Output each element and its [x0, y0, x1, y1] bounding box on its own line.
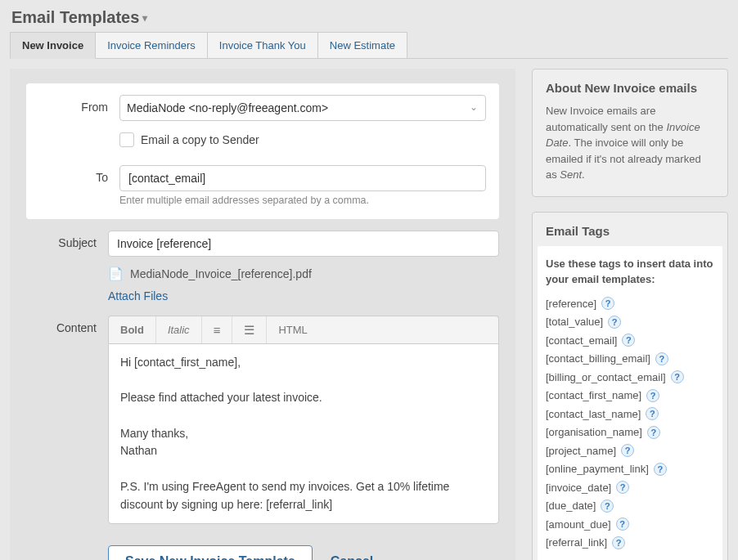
subject-label: Subject — [26, 231, 108, 249]
tag-name: [project_name] — [546, 443, 616, 459]
help-icon[interactable]: ? — [647, 426, 660, 439]
from-select[interactable]: MediaNode <no-reply@freeagent.com> — [119, 95, 486, 121]
bullet-list-icon: ≡ — [214, 323, 221, 337]
attachment-name: MediaNode_Invoice_[reference].pdf — [130, 267, 312, 280]
tag-row: [contact_first_name]? — [546, 388, 714, 404]
tag-row: [billing_or_contact_email]? — [546, 370, 714, 386]
caret-down-icon: ▾ — [142, 12, 147, 24]
help-icon[interactable]: ? — [646, 407, 659, 420]
tag-name: [contact_billing_email] — [546, 351, 650, 367]
tab-invoice-reminders[interactable]: Invoice Reminders — [95, 32, 208, 59]
tab-new-invoice[interactable]: New Invoice — [10, 32, 96, 59]
tab-invoice-thank-you[interactable]: Invoice Thank You — [207, 32, 318, 59]
editor-toolbar: Bold Italic ≡ ☰ HTML — [108, 316, 499, 343]
tag-row: [organisation_name]? — [546, 424, 714, 441]
tab-new-estimate[interactable]: New Estimate — [317, 32, 407, 59]
tag-name: [invoice_date] — [546, 480, 611, 496]
tag-row: [total_value]? — [546, 314, 714, 330]
content-editor[interactable]: Hi [contact_first_name], Please find att… — [108, 343, 499, 524]
subject-input[interactable] — [108, 231, 499, 257]
italic-button[interactable]: Italic — [156, 316, 202, 343]
about-text: . — [582, 168, 585, 181]
content-label: Content — [26, 316, 108, 334]
tags-list: [reference]?[total_value]?[contact_email… — [546, 296, 714, 551]
about-title: About New Invoice emails — [533, 69, 727, 103]
tag-row: [online_payment_link]? — [546, 461, 714, 477]
tag-row: [project_name]? — [546, 443, 714, 459]
help-icon[interactable]: ? — [622, 334, 635, 347]
help-icon[interactable]: ? — [654, 463, 667, 476]
tag-row: [due_date]? — [546, 498, 714, 514]
about-box: About New Invoice emails New Invoice ema… — [532, 69, 728, 197]
help-icon[interactable]: ? — [612, 536, 625, 549]
save-button[interactable]: Save New Invoice Template — [108, 545, 313, 560]
to-hint: Enter multiple email addresses separated… — [119, 195, 486, 206]
tag-row: [amount_due]? — [546, 517, 714, 533]
tag-row: [referral_link]? — [546, 535, 714, 551]
about-body: New Invoice emails are automatically sen… — [533, 103, 727, 196]
tag-name: [referral_link] — [546, 535, 607, 551]
tag-name: [due_date] — [546, 498, 596, 514]
help-icon[interactable]: ? — [601, 500, 614, 513]
from-to-card: From MediaNode <no-reply@freeagent.com> … — [26, 83, 499, 219]
tag-name: [total_value] — [546, 314, 603, 330]
page-title: Email Templates — [11, 8, 139, 27]
help-icon[interactable]: ? — [608, 316, 621, 329]
numbered-list-icon: ☰ — [244, 323, 254, 338]
tag-name: [reference] — [546, 296, 596, 312]
tag-row: [reference]? — [546, 296, 714, 312]
page-title-dropdown[interactable]: Email Templates ▾ — [11, 8, 147, 27]
tag-name: [online_payment_link] — [546, 461, 649, 477]
email-copy-label: Email a copy to Sender — [141, 133, 259, 146]
form-panel: From MediaNode <no-reply@freeagent.com> … — [10, 69, 515, 560]
tag-name: [contact_email] — [546, 333, 617, 349]
help-icon[interactable]: ? — [646, 389, 659, 402]
tag-row: [contact_billing_email]? — [546, 351, 714, 367]
tag-name: [organisation_name] — [546, 424, 642, 441]
email-copy-checkbox[interactable] — [119, 132, 134, 147]
help-icon[interactable]: ? — [616, 481, 629, 494]
email-tags-title: Email Tags — [533, 213, 727, 246]
pdf-icon: 📄 — [108, 267, 124, 281]
to-input[interactable] — [119, 165, 486, 191]
tag-name: [contact_first_name] — [546, 388, 641, 404]
bold-button[interactable]: Bold — [109, 316, 156, 343]
bullet-list-button[interactable]: ≡ — [202, 316, 233, 343]
help-icon[interactable]: ? — [671, 370, 684, 383]
help-icon[interactable]: ? — [616, 517, 629, 531]
tag-name: [contact_last_name] — [546, 406, 641, 423]
cancel-button[interactable]: Cancel — [331, 554, 373, 560]
email-tags-box: Email Tags Use these tags to insert data… — [532, 212, 728, 561]
tag-row: [invoice_date]? — [546, 480, 714, 496]
help-icon[interactable]: ? — [655, 352, 668, 365]
about-em: Sent — [560, 168, 582, 181]
tag-name: [billing_or_contact_email] — [546, 370, 666, 386]
tag-row: [contact_last_name]? — [546, 406, 714, 423]
attach-files-link[interactable]: Attach Files — [108, 289, 168, 302]
help-icon[interactable]: ? — [621, 444, 634, 457]
html-button[interactable]: HTML — [267, 316, 318, 343]
tag-row: [contact_email]? — [546, 333, 714, 349]
numbered-list-button[interactable]: ☰ — [232, 316, 267, 343]
help-icon[interactable]: ? — [601, 297, 614, 310]
from-label: From — [26, 95, 119, 114]
to-label: To — [26, 165, 119, 184]
tabs: New Invoice Invoice Reminders Invoice Th… — [0, 32, 738, 59]
tag-name: [amount_due] — [546, 517, 611, 533]
email-tags-intro: Use these tags to insert data into your … — [546, 256, 714, 288]
about-text: New Invoice emails are automatically sen… — [546, 105, 666, 133]
